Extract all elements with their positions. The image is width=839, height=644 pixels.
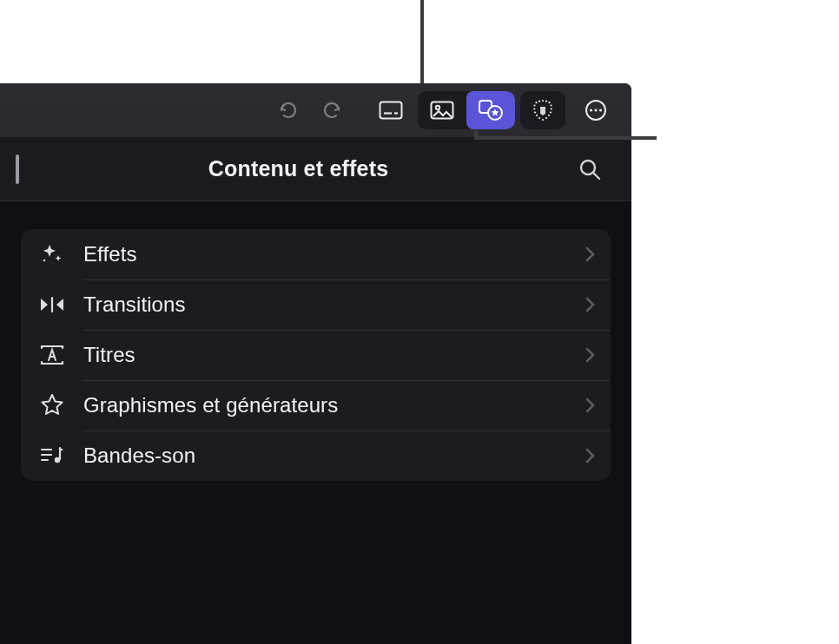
- sparkle-icon: [33, 241, 71, 267]
- svg-point-12: [550, 111, 552, 113]
- dotted-shield-icon: [532, 98, 554, 122]
- more-button[interactable]: [574, 93, 618, 128]
- svg-point-27: [581, 161, 595, 174]
- redo-button[interactable]: [310, 93, 353, 128]
- list-item-label: Bandes-son: [83, 444, 585, 468]
- image-icon: [430, 101, 454, 120]
- svg-rect-0: [380, 102, 402, 119]
- search-icon: [578, 157, 602, 181]
- chevron-right-icon: [585, 397, 595, 414]
- panel-title: Contenu et effets: [24, 156, 572, 181]
- title-icon: [33, 344, 71, 366]
- svg-point-16: [538, 117, 540, 119]
- shapes-star-icon: [478, 99, 504, 122]
- svg-point-24: [590, 108, 592, 111]
- panel-header: Contenu et effets: [0, 137, 631, 201]
- chevron-right-icon: [585, 346, 595, 364]
- chevron-right-icon: [585, 447, 595, 464]
- chevron-right-icon: [585, 296, 595, 313]
- content-effects-button[interactable]: [466, 91, 515, 129]
- mask-button[interactable]: [520, 91, 565, 129]
- toolbar: [0, 83, 631, 137]
- list-item-titles[interactable]: Titres: [21, 330, 611, 380]
- callout-line-vertical: [420, 0, 424, 83]
- soundtrack-icon: [33, 444, 71, 467]
- more-icon: [584, 98, 608, 122]
- svg-point-34: [55, 457, 60, 463]
- svg-point-7: [542, 100, 544, 102]
- list-item-soundtracks[interactable]: Bandes-son: [21, 430, 611, 481]
- panel-content: Effets Transitions: [0, 201, 631, 509]
- list-item-label: Effets: [83, 242, 585, 266]
- search-button[interactable]: [572, 152, 607, 187]
- callout-line-horizontal: [474, 136, 657, 140]
- caption-icon: [379, 101, 403, 120]
- svg-point-19: [533, 108, 535, 109]
- star-icon: [33, 392, 71, 418]
- redo-icon: [321, 100, 342, 121]
- list-item-label: Titres: [83, 343, 585, 367]
- transition-icon: [33, 295, 71, 314]
- svg-point-29: [43, 260, 45, 261]
- svg-point-25: [594, 108, 597, 111]
- list-item-label: Transitions: [83, 292, 585, 317]
- svg-point-10: [550, 104, 552, 106]
- svg-point-22: [538, 101, 540, 102]
- svg-line-28: [594, 173, 600, 179]
- svg-point-9: [548, 102, 550, 103]
- undo-button[interactable]: [267, 93, 310, 128]
- caption-button[interactable]: [369, 93, 413, 128]
- media-browser-button[interactable]: [418, 91, 466, 129]
- svg-point-14: [545, 117, 547, 119]
- svg-point-11: [551, 108, 552, 109]
- app-frame: Contenu et effets Effets: [0, 83, 631, 644]
- svg-point-4: [436, 106, 439, 109]
- media-effects-group: [418, 91, 515, 129]
- list-item-graphics[interactable]: Graphismes et générateurs: [21, 380, 611, 430]
- svg-point-17: [536, 115, 538, 116]
- undo-icon: [278, 100, 299, 121]
- svg-point-13: [548, 115, 550, 116]
- svg-point-8: [545, 101, 547, 102]
- chevron-right-icon: [585, 246, 595, 263]
- list-item-transitions[interactable]: Transitions: [21, 279, 611, 330]
- list-item-label: Graphismes et générateurs: [83, 393, 585, 417]
- panel-handle[interactable]: [16, 154, 19, 184]
- svg-point-18: [534, 111, 536, 113]
- categories-list: Effets Transitions: [21, 229, 611, 481]
- svg-point-26: [599, 108, 602, 111]
- svg-point-20: [533, 104, 535, 106]
- svg-point-15: [542, 119, 544, 121]
- list-item-effects[interactable]: Effets: [21, 229, 611, 279]
- svg-point-21: [535, 102, 537, 103]
